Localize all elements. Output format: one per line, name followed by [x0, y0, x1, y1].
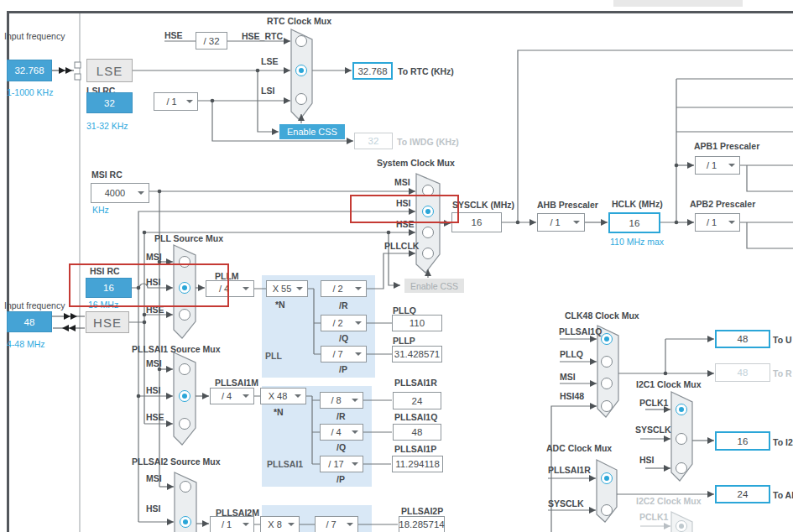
pllsai1r-dropdown[interactable]: / 8: [320, 392, 363, 409]
i2c1-radio-sysclk[interactable]: [676, 433, 687, 445]
hclk-value[interactable]: 16: [608, 212, 660, 233]
chevron-down-icon: [728, 164, 735, 167]
pllsai1q-dropdown[interactable]: / 4: [320, 424, 363, 441]
lse-block[interactable]: LSE: [86, 59, 133, 82]
sai1-radio-hsi[interactable]: [179, 390, 190, 402]
apb2-prescaler-dropdown[interactable]: / 1: [695, 213, 740, 232]
pllq-div-value: / 2: [332, 318, 342, 328]
pllsai2m-dropdown[interactable]: / 1: [210, 516, 254, 532]
hse-block[interactable]: HSE: [86, 311, 129, 333]
pllsai1p-out-value: 11.294118: [392, 456, 443, 472]
to-rtc-value[interactable]: 32.768: [352, 62, 393, 80]
to-i2c1-label: To I2: [773, 437, 793, 447]
to-adc-value[interactable]: 24: [715, 485, 770, 503]
canvas-top-border: [7, 11, 793, 13]
chevron-down-icon: [296, 287, 303, 290]
rtc-clock-mux-title: RTC Clock Mux: [267, 16, 331, 26]
to-rtc-label: To RTC (KHz): [398, 66, 454, 76]
sysclk-value[interactable]: 16: [451, 212, 502, 232]
adc-radio-sysclk[interactable]: [601, 504, 613, 516]
rtc-enable-css-button[interactable]: Enable CSS: [279, 124, 345, 139]
pllr-dropdown[interactable]: / 2: [321, 280, 367, 297]
rtc-hse-divider[interactable]: / 32: [196, 32, 227, 50]
to-i2c1-value[interactable]: 16: [715, 431, 770, 451]
sysmux-radio-hse[interactable]: [422, 227, 434, 238]
to-usb-label: To U: [773, 335, 792, 345]
chevron-down-icon: [288, 523, 295, 526]
pllsai1q-out-value: 48: [393, 424, 441, 441]
sai2-radio-msi[interactable]: [180, 481, 191, 493]
pll-radio-hse[interactable]: [179, 309, 190, 321]
rtc-mux-radio-lse[interactable]: [295, 65, 307, 76]
apb1-prescaler-dropdown[interactable]: / 1: [695, 156, 740, 175]
pllsai1-block-name: PLLSAI1: [267, 459, 303, 469]
ahb-prescaler-dropdown[interactable]: / 1: [537, 213, 585, 232]
chevron-down-icon: [347, 523, 353, 526]
clk48-radio-hsi48[interactable]: [601, 400, 613, 412]
rtc-hse-stub-label: HSE: [164, 30, 183, 40]
plln-dropdown[interactable]: X 55: [266, 280, 308, 297]
lsi-range-hint: 31-32 KHz: [86, 121, 128, 131]
rtc-mux-radio-hse-rtc[interactable]: [295, 35, 307, 47]
sai1-hsi-label: HSI: [146, 385, 161, 395]
sai2-radio-hsi[interactable]: [180, 516, 191, 528]
pll-source-mux-title: PLL Source Mux: [154, 233, 223, 243]
msi-rc-dropdown[interactable]: 4000: [91, 183, 149, 203]
clk48-radio-pllq[interactable]: [601, 356, 613, 368]
pllsai1m-dropdown[interactable]: / 4: [210, 388, 254, 404]
rtc-lsi-input-label: LSI: [261, 86, 274, 96]
i2c1-sysclk-label: SYSCLK: [635, 425, 671, 435]
i2c2-clock-mux-title: I2C2 Clock Mux: [636, 496, 702, 506]
chevron-down-icon: [352, 430, 358, 434]
pllq-dropdown[interactable]: / 2: [321, 315, 367, 331]
i2c2-pclk1-label: PCLK1: [639, 512, 668, 522]
clk48-radio-pllsai1q[interactable]: [601, 333, 613, 345]
pllsai2p-div-value: / 7: [326, 519, 336, 529]
adc-radio-pllsai1r[interactable]: [601, 472, 613, 484]
pllsai1q-out-label: PLLSAI1Q: [394, 412, 437, 422]
pllsai1n-dropdown[interactable]: X 48: [260, 388, 306, 404]
sysmux-radio-pllclk[interactable]: [422, 248, 434, 259]
sai1-n-label: *N: [274, 407, 284, 417]
pllsai2n-dropdown[interactable]: X 8: [260, 516, 300, 532]
msi-rc-label: MSI RC: [91, 170, 123, 180]
chevron-down-icon: [573, 221, 580, 224]
lsi-prescaler-dropdown[interactable]: / 1: [154, 92, 198, 111]
clk48-radio-msi[interactable]: [601, 378, 613, 389]
ahb-prescaler-label: AHB Prescaler: [537, 200, 598, 210]
input-frequency-bottom-label: Input frequency: [4, 300, 65, 310]
lsi-rc-value[interactable]: 32: [86, 92, 133, 113]
pllsai1p-div-value: / 17: [328, 459, 343, 469]
pllsai1r-div-value: / 8: [331, 395, 341, 405]
hse-input-frequency-field[interactable]: 48: [7, 311, 52, 332]
i2c1-radio-pclk1[interactable]: [676, 404, 687, 415]
pllsai1-source-mux-title: PLLSAI1 Source Mux: [132, 344, 221, 354]
toolbar-button-partial[interactable]: [613, 0, 743, 7]
chevron-down-icon: [243, 287, 249, 290]
pll-q-label: /Q: [339, 333, 348, 343]
pllq-out-value: 110: [392, 315, 442, 331]
sai2-msi-label: MSI: [146, 473, 162, 483]
sai1-radio-hse[interactable]: [179, 418, 190, 430]
pllsai2p-out-value: 18.285714: [399, 516, 445, 532]
pllsai2p-dropdown[interactable]: / 7: [315, 516, 358, 532]
lse-frequency-range-hint: 1-1000 KHz: [7, 87, 53, 97]
clk48-pllq-label: PLLQ: [560, 349, 583, 359]
sai1-msi-label: MSI: [146, 358, 162, 368]
chevron-down-icon: [243, 523, 249, 526]
i2c1-pclk1-label: PCLK1: [639, 398, 668, 408]
hse-frequency-range-hint: 4-48 MHz: [7, 339, 45, 349]
msi-unit-hint: KHz: [92, 205, 109, 215]
chevron-down-icon: [355, 352, 362, 356]
to-usb-value[interactable]: 48: [715, 330, 770, 348]
sai1-radio-msi[interactable]: [179, 363, 190, 375]
rtc-mux-radio-lsi[interactable]: [295, 93, 307, 105]
lse-input-frequency-field[interactable]: 32.768: [7, 60, 52, 81]
sai1-r-label: /R: [337, 411, 346, 421]
pllsai1p-dropdown[interactable]: / 17: [320, 456, 363, 472]
clock-configuration-canvas: Input frequency 32.768 1-1000 KHz LSE LS…: [0, 0, 793, 532]
i2c1-radio-hsi[interactable]: [676, 462, 687, 474]
error-highlight-sysmux-hsi: [350, 195, 459, 223]
pllp-dropdown[interactable]: / 7: [321, 346, 367, 362]
ahb-prescaler-value: / 1: [550, 217, 560, 227]
